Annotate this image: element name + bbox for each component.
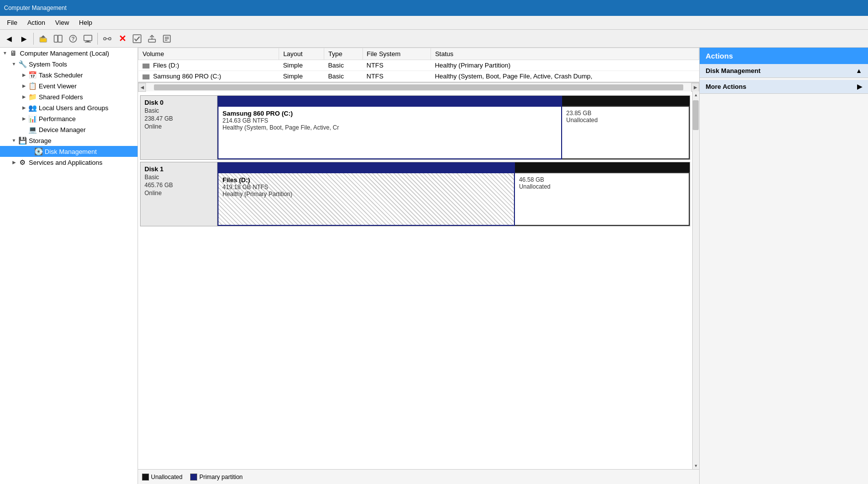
row0-layout: Simple: [279, 60, 324, 71]
row1-layout: Simple: [279, 71, 324, 82]
tree-local-users[interactable]: ▶ 👥 Local Users and Groups: [0, 102, 138, 113]
forward-button[interactable]: ▶: [17, 32, 31, 46]
disk-0-size: 238.47 GB: [145, 115, 213, 122]
tree-event-viewer[interactable]: ▶ 📋 Event Viewer: [0, 80, 138, 91]
center-panel: Volume Layout Type File System Status Fi…: [138, 48, 699, 484]
h-scrollbar-thumb[interactable]: [154, 84, 683, 90]
disk-1-status: Online: [145, 190, 213, 197]
shared-folders-icon: 📁: [28, 92, 37, 101]
disk-1-row: Disk 1 Basic 465.76 GB Online Files (D:): [140, 162, 690, 226]
check-button[interactable]: [130, 32, 144, 46]
shared-folders-toggle[interactable]: ▶: [20, 93, 28, 101]
root-icon: 🖥: [9, 49, 18, 58]
col-status[interactable]: Status: [431, 48, 699, 60]
disk-management-section-arrow: ▲: [856, 67, 862, 74]
back-button[interactable]: ◀: [2, 32, 16, 46]
tree-disk-management[interactable]: ▶ 💽 Disk Management: [0, 146, 138, 157]
tree-storage[interactable]: ▼ 💾 Storage: [0, 135, 138, 146]
legend-primary: Primary partition: [190, 474, 242, 481]
v-scroll-up[interactable]: ▲: [693, 91, 699, 98]
menu-file[interactable]: File: [2, 17, 22, 28]
v-scrollbar[interactable]: ▲ ▼: [692, 91, 699, 469]
up-button[interactable]: [36, 32, 50, 46]
svg-rect-4: [58, 35, 62, 42]
v-scroll-down[interactable]: ▼: [693, 462, 699, 469]
root-label: Computer Management (Local): [20, 50, 109, 57]
properties-button[interactable]: [160, 32, 174, 46]
tree-task-scheduler[interactable]: ▶ 📅 Task Scheduler: [0, 69, 138, 80]
disk-0-primary[interactable]: Samsung 860 PRO (C:) 214.63 GB NTFS Heal…: [217, 106, 562, 159]
disk-0-partitions: Samsung 860 PRO (C:) 214.63 GB NTFS Heal…: [217, 96, 690, 159]
actions-panel: Actions Disk Management ▲ More Actions ▶: [699, 48, 868, 484]
more-actions-section-label: More Actions: [706, 83, 746, 90]
system-tools-toggle[interactable]: ▼: [10, 60, 18, 68]
task-scheduler-icon: 📅: [28, 70, 37, 79]
disk-1-part-status: Healthy (Primary Partition): [222, 191, 510, 198]
disk-1-partitions: Files (D:) 419.18 GB NTFS Healthy (Prima…: [217, 162, 690, 226]
performance-toggle[interactable]: ▶: [20, 115, 28, 123]
col-filesystem[interactable]: File System: [362, 48, 431, 60]
local-users-toggle[interactable]: ▶: [20, 104, 28, 112]
disk-1-info: Disk 1 Basic 465.76 GB Online: [141, 162, 217, 226]
performance-icon: 📊: [28, 114, 37, 123]
disk-0-row: Disk 0 Basic 238.47 GB Online Samsung 86…: [140, 95, 690, 160]
disk-1-unalloc[interactable]: 46.58 GB Unallocated: [515, 172, 690, 226]
disk-0-part-name: Samsung 860 PRO (C:): [222, 110, 557, 117]
tree-services-apps[interactable]: ▶ ⚙ Services and Applications: [0, 157, 138, 168]
task-scheduler-toggle[interactable]: ▶: [20, 71, 28, 79]
table-row[interactable]: Samsung 860 PRO (C:) Simple Basic NTFS H…: [139, 71, 699, 82]
v-scroll-thumb[interactable]: [693, 100, 699, 130]
disk-0-unalloc-label: Unallocated: [566, 117, 685, 124]
scroll-right[interactable]: ▶: [691, 83, 699, 92]
disk-0-content: Samsung 860 PRO (C:) 214.63 GB NTFS Heal…: [217, 106, 690, 159]
col-type[interactable]: Type: [324, 48, 362, 60]
export-button[interactable]: [145, 32, 159, 46]
col-layout[interactable]: Layout: [279, 48, 324, 60]
delete-button[interactable]: ✕: [115, 32, 129, 46]
svg-rect-3: [54, 35, 58, 42]
svg-rect-9: [85, 42, 91, 43]
computer-mgmt-button[interactable]: [81, 32, 95, 46]
disk-0-unalloc-header: [562, 96, 690, 106]
tree-system-tools[interactable]: ▼ 🔧 System Tools: [0, 59, 138, 69]
help-button[interactable]: ?: [66, 32, 80, 46]
disk-mgmt-icon: 💽: [34, 147, 43, 156]
services-apps-toggle[interactable]: ▶: [10, 158, 18, 166]
menu-action[interactable]: Action: [22, 17, 50, 28]
root-toggle[interactable]: ▼: [1, 49, 9, 57]
disk-1-primary[interactable]: Files (D:) 419.18 GB NTFS Healthy (Prima…: [217, 172, 515, 226]
scroll-left[interactable]: ◀: [138, 83, 146, 92]
tree-performance[interactable]: ▶ 📊 Performance: [0, 113, 138, 124]
legend-bar: Unallocated Primary partition: [138, 469, 699, 484]
disk-0-unalloc[interactable]: 23.85 GB Unallocated: [562, 106, 690, 159]
legend-box-unallocated: [142, 474, 149, 481]
tree-shared-folders[interactable]: ▶ 📁 Shared Folders: [0, 91, 138, 102]
event-viewer-toggle[interactable]: ▶: [20, 82, 28, 90]
row1-volume: Samsung 860 PRO (C:): [139, 71, 279, 82]
storage-icon: 💾: [18, 136, 27, 145]
svg-text:?: ?: [72, 36, 75, 42]
shared-folders-label: Shared Folders: [39, 93, 83, 101]
tree-device-manager[interactable]: ▶ 💻 Device Manager: [0, 124, 138, 135]
v-scroll-track[interactable]: [693, 98, 699, 462]
menu-view[interactable]: View: [50, 17, 74, 28]
tree-root[interactable]: ▼ 🖥 Computer Management (Local): [0, 48, 138, 59]
disk-1-size: 465.76 GB: [145, 182, 213, 189]
disk-management-section-label: Disk Management: [706, 67, 761, 74]
vol-icon-0: [143, 64, 149, 69]
show-hide-button[interactable]: [51, 32, 65, 46]
connect-button[interactable]: [100, 32, 114, 46]
legend-unallocated: Unallocated: [142, 474, 182, 481]
table-row[interactable]: Files (D:) Simple Basic NTFS Healthy (Pr…: [139, 60, 699, 71]
disk-1-content: Files (D:) 419.18 GB NTFS Healthy (Prima…: [217, 172, 690, 226]
more-actions-section-header[interactable]: More Actions ▶: [700, 80, 868, 94]
device-manager-label: Device Manager: [39, 126, 86, 134]
svg-point-11: [109, 37, 111, 40]
menu-help[interactable]: Help: [74, 17, 97, 28]
device-manager-icon: 💻: [28, 125, 37, 134]
disk-management-section-header[interactable]: Disk Management ▲: [700, 64, 868, 78]
disk-0-info: Disk 0 Basic 238.47 GB Online: [141, 96, 217, 159]
storage-toggle[interactable]: ▼: [10, 137, 18, 144]
col-volume[interactable]: Volume: [139, 48, 279, 60]
h-scrollbar[interactable]: ◀ ▶: [138, 82, 699, 91]
